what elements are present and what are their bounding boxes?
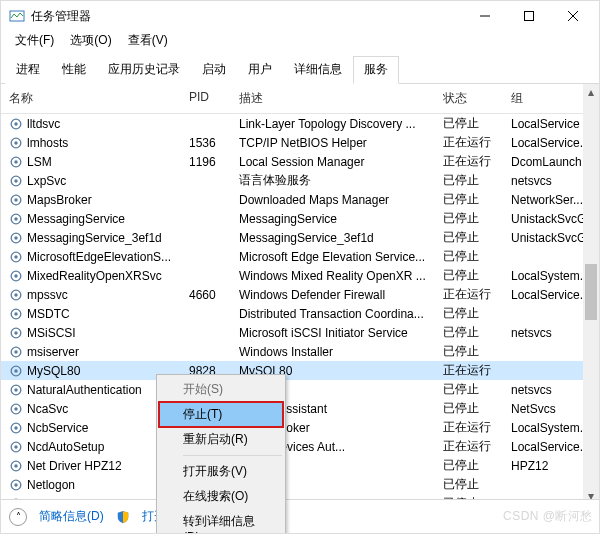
close-button[interactable] [551, 2, 595, 30]
watermark: CSDN @断河愁 [503, 508, 593, 525]
svg-point-28 [14, 331, 18, 335]
service-row[interactable]: MSiSCSIMicrosoft iSCSI Initiator Service… [1, 323, 599, 342]
cell-pid: 4660 [181, 287, 231, 303]
cell-status: 已停止 [435, 475, 503, 494]
minimize-button[interactable] [463, 2, 507, 30]
col-status[interactable]: 状态 [435, 84, 503, 113]
service-row[interactable]: Netlogon已停止 [1, 475, 599, 494]
cell-name: MicrosoftEdgeElevationS... [1, 249, 181, 265]
cell-status: 已停止 [435, 114, 503, 133]
service-row[interactable]: NcbServiceection Broker正在运行LocalSystem..… [1, 418, 599, 437]
cell-name: Net Driver HPZ12 [1, 458, 181, 474]
shield-icon [116, 510, 130, 524]
cell-pid [181, 256, 231, 258]
tab-strip: 进程性能应用历史记录启动用户详细信息服务 [1, 51, 599, 84]
service-row[interactable]: MySQL809828MySQL80正在运行 [1, 361, 599, 380]
services-grid: 名称 PID 描述 状态 组 lltdsvcLink-Layer Topolog… [1, 84, 599, 504]
cell-pid [181, 218, 231, 220]
service-row[interactable]: NaturalAuthentication已停止netsvcs [1, 380, 599, 399]
vertical-scrollbar[interactable]: ▴ ▾ [583, 84, 599, 504]
service-row[interactable]: NcaSvcectivity Assistant已停止NetSvcs [1, 399, 599, 418]
ctx-stop[interactable]: 停止(T) [159, 402, 283, 427]
tab-0[interactable]: 进程 [5, 56, 51, 84]
cell-status: 已停止 [435, 456, 503, 475]
cell-name: MSiSCSI [1, 325, 181, 341]
service-rows: lltdsvcLink-Layer Topology Discovery ...… [1, 114, 599, 506]
tab-1[interactable]: 性能 [51, 56, 97, 84]
cell-pid: 1536 [181, 135, 231, 151]
cell-status: 正在运行 [435, 285, 503, 304]
maximize-button[interactable] [507, 2, 551, 30]
cell-name: mpssvc [1, 287, 181, 303]
cell-name: lmhosts [1, 135, 181, 151]
footer-bar: ˄ 简略信息(D) 打开服务 CSDN @断河愁 [1, 499, 599, 533]
tab-3[interactable]: 启动 [191, 56, 237, 84]
cell-status: 已停止 [435, 228, 503, 247]
svg-point-22 [14, 274, 18, 278]
service-row[interactable]: lmhosts1536TCP/IP NetBIOS Helper正在运行Loca… [1, 133, 599, 152]
svg-point-36 [14, 407, 18, 411]
svg-point-24 [14, 293, 18, 297]
service-row[interactable]: lltdsvcLink-Layer Topology Discovery ...… [1, 114, 599, 133]
service-row[interactable]: msiserverWindows Installer已停止 [1, 342, 599, 361]
menu-view[interactable]: 查看(V) [120, 31, 176, 51]
tab-5[interactable]: 详细信息 [283, 56, 353, 84]
svg-point-26 [14, 312, 18, 316]
service-row[interactable]: LxpSvc语言体验服务已停止netsvcs [1, 171, 599, 190]
ctx-restart[interactable]: 重新启动(R) [159, 427, 283, 452]
cell-status: 已停止 [435, 190, 503, 209]
service-row[interactable]: MixedRealityOpenXRSvcWindows Mixed Reali… [1, 266, 599, 285]
cell-status: 已停止 [435, 380, 503, 399]
tab-2[interactable]: 应用历史记录 [97, 56, 191, 84]
col-name[interactable]: 名称 [1, 84, 181, 113]
service-row[interactable]: MSDTCDistributed Transaction Coordina...… [1, 304, 599, 323]
ctx-goto-details[interactable]: 转到详细信息(D) [159, 509, 283, 534]
fewer-details-icon[interactable]: ˄ [9, 508, 27, 526]
service-row[interactable]: Net Driver HPZ12已停止HPZ12 [1, 456, 599, 475]
cell-desc: Distributed Transaction Coordina... [231, 306, 435, 322]
cell-pid [181, 123, 231, 125]
cell-name: Netlogon [1, 477, 181, 493]
cell-name: MySQL80 [1, 363, 181, 379]
service-row[interactable]: mpssvc4660Windows Defender Firewall正在运行L… [1, 285, 599, 304]
menu-options[interactable]: 选项(O) [62, 31, 119, 51]
service-row[interactable]: NcdAutoSetupected Devices Aut...正在运行Loca… [1, 437, 599, 456]
col-pid[interactable]: PID [181, 84, 231, 113]
cell-desc: 语言体验服务 [231, 171, 435, 190]
app-icon [9, 8, 25, 24]
cell-status: 已停止 [435, 171, 503, 190]
svg-point-18 [14, 236, 18, 240]
svg-point-12 [14, 179, 18, 183]
window-title: 任务管理器 [31, 8, 463, 25]
ctx-open-services[interactable]: 打开服务(V) [159, 459, 283, 484]
cell-status: 已停止 [435, 247, 503, 266]
cell-desc: Windows Mixed Reality OpenXR ... [231, 268, 435, 284]
ctx-search-online[interactable]: 在线搜索(O) [159, 484, 283, 509]
svg-point-44 [14, 483, 18, 487]
cell-desc: MessagingService_3ef1d [231, 230, 435, 246]
fewer-details-link[interactable]: 简略信息(D) [39, 508, 104, 525]
cell-name: MSDTC [1, 306, 181, 322]
cell-name: MapsBroker [1, 192, 181, 208]
svg-point-38 [14, 426, 18, 430]
menu-bar: 文件(F) 选项(O) 查看(V) [1, 31, 599, 51]
service-row[interactable]: MessagingService_3ef1dMessagingService_3… [1, 228, 599, 247]
scroll-thumb[interactable] [585, 264, 597, 320]
service-row[interactable]: MicrosoftEdgeElevationS...Microsoft Edge… [1, 247, 599, 266]
cell-status: 已停止 [435, 266, 503, 285]
svg-point-30 [14, 350, 18, 354]
cell-desc: Local Session Manager [231, 154, 435, 170]
menu-file[interactable]: 文件(F) [7, 31, 62, 51]
tab-4[interactable]: 用户 [237, 56, 283, 84]
service-row[interactable]: MapsBrokerDownloaded Maps Manager已停止Netw… [1, 190, 599, 209]
svg-point-14 [14, 198, 18, 202]
cell-desc: Microsoft iSCSI Initiator Service [231, 325, 435, 341]
cell-name: LSM [1, 154, 181, 170]
tab-6[interactable]: 服务 [353, 56, 399, 84]
cell-desc: MessagingService [231, 211, 435, 227]
service-row[interactable]: MessagingServiceMessagingService已停止Unist… [1, 209, 599, 228]
scroll-up-icon[interactable]: ▴ [583, 84, 599, 100]
cell-name: MessagingService [1, 211, 181, 227]
service-row[interactable]: LSM1196Local Session Manager正在运行DcomLaun… [1, 152, 599, 171]
col-desc[interactable]: 描述 [231, 84, 435, 113]
